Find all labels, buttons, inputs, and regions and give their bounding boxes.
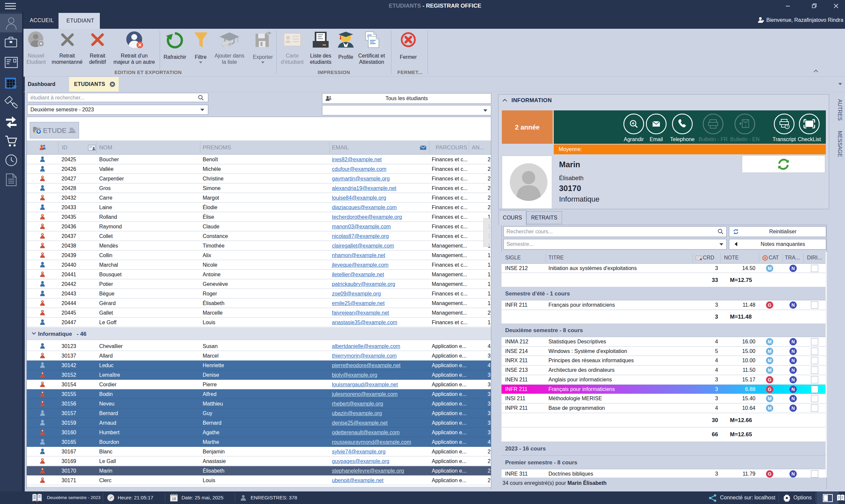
svg-text:3: 3 — [744, 124, 746, 128]
svg-text:?: ? — [786, 125, 788, 129]
svg-text:18: 18 — [172, 497, 176, 501]
svg-text:1: 1 — [744, 121, 746, 124]
